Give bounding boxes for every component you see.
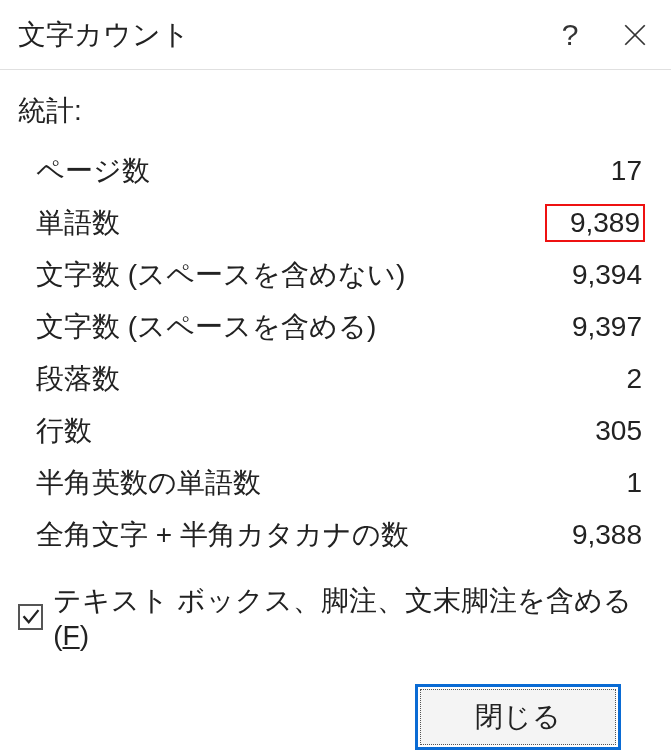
dialog-content: 統計: ページ数17単語数9,389文字数 (スペースを含めない)9,394文字… xyxy=(0,70,671,750)
stat-value: 305 xyxy=(545,414,645,448)
checkbox-label: テキスト ボックス、脚注、文末脚注を含める(F) xyxy=(53,582,645,652)
stat-label: 半角英数の単語数 xyxy=(36,464,545,502)
stats-list: ページ数17単語数9,389文字数 (スペースを含めない)9,394文字数 (ス… xyxy=(18,152,645,554)
stat-value: 17 xyxy=(545,154,645,188)
stat-row: 半角英数の単語数1 xyxy=(36,464,645,502)
stat-label: 全角文字 + 半角カタカナの数 xyxy=(36,516,545,554)
stat-row: 段落数2 xyxy=(36,360,645,398)
stat-row: 全角文字 + 半角カタカナの数9,388 xyxy=(36,516,645,554)
stat-row: 文字数 (スペースを含めない)9,394 xyxy=(36,256,645,294)
checkmark-icon xyxy=(22,608,40,626)
include-footnotes-checkbox-row: テキスト ボックス、脚注、文末脚注を含める(F) xyxy=(18,582,645,652)
button-row: 閉じる xyxy=(18,684,645,750)
stat-value: 1 xyxy=(545,466,645,500)
stat-label: ページ数 xyxy=(36,152,545,190)
stat-value: 9,388 xyxy=(545,518,645,552)
stat-label: 文字数 (スペースを含める) xyxy=(36,308,545,346)
close-icon xyxy=(622,22,648,48)
include-footnotes-checkbox[interactable] xyxy=(18,604,43,630)
stat-value: 9,394 xyxy=(545,258,645,292)
stat-value: 2 xyxy=(545,362,645,396)
stat-value: 9,397 xyxy=(545,310,645,344)
close-button[interactable]: 閉じる xyxy=(415,684,621,750)
dialog-title: 文字カウント xyxy=(18,16,545,54)
section-label: 統計: xyxy=(18,92,645,130)
stat-label: 段落数 xyxy=(36,360,545,398)
stat-row: 行数305 xyxy=(36,412,645,450)
stat-label: 行数 xyxy=(36,412,545,450)
stat-row: 文字数 (スペースを含める)9,397 xyxy=(36,308,645,346)
help-button[interactable]: ? xyxy=(545,18,595,52)
stat-value: 9,389 xyxy=(545,204,645,242)
stat-row: 単語数9,389 xyxy=(36,204,645,242)
stat-label: 文字数 (スペースを含めない) xyxy=(36,256,545,294)
stat-row: ページ数17 xyxy=(36,152,645,190)
window-close-button[interactable] xyxy=(595,22,655,48)
close-button-label: 閉じる xyxy=(420,689,616,745)
stat-label: 単語数 xyxy=(36,204,545,242)
titlebar: 文字カウント ? xyxy=(0,0,671,70)
